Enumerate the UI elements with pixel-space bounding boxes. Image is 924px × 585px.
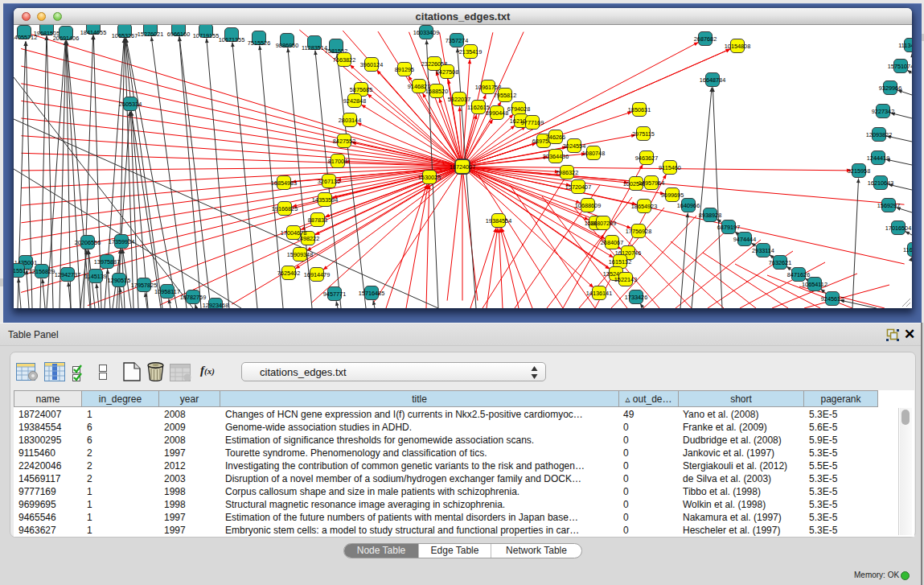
svg-text:10653267: 10653267 xyxy=(112,32,138,39)
svg-text:2135419: 2135419 xyxy=(459,48,482,56)
svg-text:17016504: 17016504 xyxy=(885,225,911,232)
svg-text:16648784: 16648784 xyxy=(700,76,725,84)
svg-text:12942737: 12942737 xyxy=(55,271,80,278)
svg-text:6794028: 6794028 xyxy=(507,105,530,113)
svg-text:8427552: 8427552 xyxy=(333,138,355,145)
svg-text:14353594: 14353594 xyxy=(312,196,338,204)
svg-text:9777169: 9777169 xyxy=(521,119,544,126)
svg-text:9474444: 9474444 xyxy=(733,236,756,243)
svg-text:18807249: 18807249 xyxy=(590,220,616,227)
svg-text:746266: 746266 xyxy=(546,134,565,141)
svg-text:8471626: 8471626 xyxy=(787,271,810,278)
svg-text:10688609: 10688609 xyxy=(575,202,601,209)
svg-text:5875685: 5875685 xyxy=(350,86,372,93)
svg-text:9699695: 9699695 xyxy=(661,192,684,199)
svg-text:17359934: 17359934 xyxy=(109,238,134,245)
svg-text:20206556: 20206556 xyxy=(75,239,101,246)
svg-text:11283514: 11283514 xyxy=(302,44,327,51)
svg-text:8427508: 8427508 xyxy=(436,68,458,76)
svg-text:12156829: 12156829 xyxy=(29,268,55,275)
svg-text:10154808: 10154808 xyxy=(725,43,750,50)
svg-text:3267130: 3267130 xyxy=(318,178,340,185)
svg-text:1522143: 1522143 xyxy=(614,276,637,283)
svg-text:2684067: 2684067 xyxy=(601,239,623,246)
svg-text:7955812: 7955812 xyxy=(494,92,516,99)
svg-text:17756928: 17756928 xyxy=(626,228,651,235)
svg-text:1290515: 1290515 xyxy=(108,277,130,284)
svg-text:18414655: 18414655 xyxy=(80,29,106,36)
svg-text:20691406: 20691406 xyxy=(53,35,79,42)
svg-text:9329966: 9329966 xyxy=(879,84,901,92)
svg-text:17004678: 17004678 xyxy=(281,229,306,237)
svg-text:6966160: 6966160 xyxy=(167,31,190,38)
svg-text:19384554: 19384554 xyxy=(486,217,511,225)
svg-text:1733426: 1733426 xyxy=(625,294,647,301)
svg-text:16210643: 16210643 xyxy=(868,179,893,187)
svg-text:6879197: 6879197 xyxy=(717,224,740,231)
svg-text:10958117: 10958117 xyxy=(154,288,180,295)
svg-text:9886950: 9886950 xyxy=(276,42,298,49)
svg-text:1244419: 1244419 xyxy=(867,154,889,162)
svg-text:1569297: 1569297 xyxy=(877,202,900,209)
svg-text:3960124: 3960124 xyxy=(360,61,383,68)
svg-text:18724007: 18724007 xyxy=(450,163,475,171)
svg-text:887833: 887833 xyxy=(308,216,327,224)
svg-text:13975887: 13975887 xyxy=(94,258,120,266)
svg-text:7632621: 7632621 xyxy=(769,259,791,266)
svg-text:7515526: 7515526 xyxy=(248,39,270,47)
svg-text:16914479: 16914479 xyxy=(304,271,330,278)
svg-text:2605334: 2605334 xyxy=(119,101,142,108)
svg-text:7986322: 7986322 xyxy=(556,169,578,176)
svg-text:17957825: 17957825 xyxy=(131,282,157,289)
svg-text:1588520: 1588520 xyxy=(425,88,448,95)
svg-text:1615132: 1615132 xyxy=(609,258,631,266)
svg-text:891295: 891295 xyxy=(395,66,414,73)
svg-text:15276021: 15276021 xyxy=(138,31,163,38)
svg-text:1167533: 1167533 xyxy=(903,246,912,253)
svg-text:12093822: 12093822 xyxy=(866,131,892,138)
svg-text:2687682: 2687682 xyxy=(694,35,717,43)
svg-text:2975115: 2975115 xyxy=(632,130,655,138)
svg-text:19166825: 19166825 xyxy=(272,205,298,212)
svg-text:14136141: 14136141 xyxy=(586,290,612,297)
svg-text:20364436: 20364436 xyxy=(543,153,569,160)
svg-text:11134251: 11134251 xyxy=(898,42,912,49)
svg-text:7357274: 7357274 xyxy=(446,37,468,44)
svg-text:15716485: 15716485 xyxy=(359,290,384,297)
svg-text:8938928: 8938928 xyxy=(699,212,721,219)
svg-text:7625402: 7625402 xyxy=(277,270,300,277)
svg-text:2803144: 2803144 xyxy=(339,117,361,124)
svg-text:1850631: 1850631 xyxy=(628,106,651,113)
svg-text:9242848: 9242848 xyxy=(343,97,366,105)
svg-text:2933114: 2933114 xyxy=(752,247,774,254)
svg-text:9245612: 9245612 xyxy=(821,295,844,303)
svg-text:12923468: 12923468 xyxy=(203,302,228,308)
svg-text:5322037: 5322037 xyxy=(448,96,470,103)
svg-text:3024554: 3024554 xyxy=(563,142,585,150)
svg-text:10671355: 10671355 xyxy=(219,36,244,43)
svg-text:10961758: 10961758 xyxy=(475,84,501,91)
svg-text:16033409: 16033409 xyxy=(413,29,439,36)
svg-text:8990448: 8990448 xyxy=(486,109,508,117)
svg-text:9457771: 9457771 xyxy=(323,290,346,298)
svg-text:16782759: 16782759 xyxy=(180,294,206,301)
svg-text:1080748: 1080748 xyxy=(582,150,605,157)
svg-text:15909348: 15909348 xyxy=(287,251,313,258)
svg-text:1640966: 1640966 xyxy=(677,202,700,209)
svg-text:1145139: 1145139 xyxy=(84,273,107,280)
svg-text:3915517: 3915517 xyxy=(14,267,29,274)
svg-text:9227342: 9227342 xyxy=(872,108,894,115)
svg-text:18654923: 18654923 xyxy=(631,203,657,210)
svg-text:9115460: 9115460 xyxy=(659,164,681,171)
svg-text:14957964: 14957964 xyxy=(639,179,664,187)
svg-text:9463627: 9463627 xyxy=(635,154,658,162)
svg-text:10719155: 10719155 xyxy=(193,32,219,39)
svg-text:15720407: 15720407 xyxy=(565,183,591,191)
svg-text:15751074: 15751074 xyxy=(888,63,912,70)
svg-text:1530025: 1530025 xyxy=(418,174,441,181)
svg-text:10654112: 10654112 xyxy=(802,281,827,288)
svg-text:16854983: 16854983 xyxy=(271,179,297,187)
svg-text:3215958: 3215958 xyxy=(848,167,870,175)
svg-text:7663822: 7663822 xyxy=(333,56,355,64)
svg-text:817004: 817004 xyxy=(328,158,347,165)
